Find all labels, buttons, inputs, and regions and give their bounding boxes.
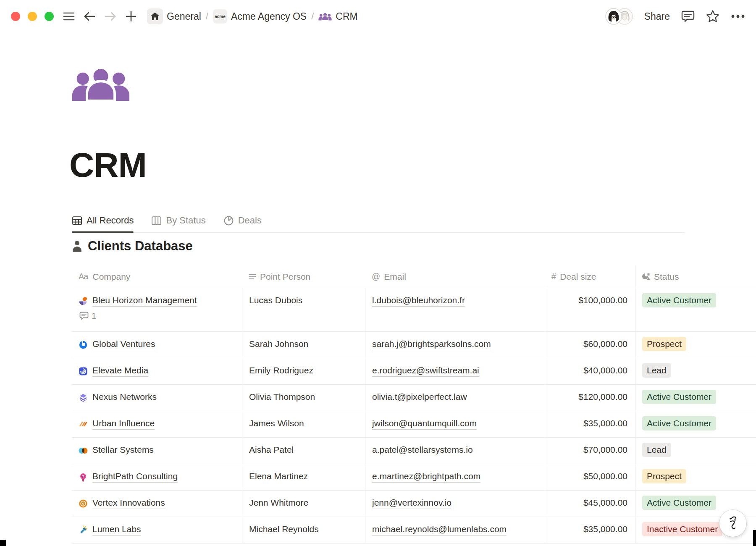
sidebar-menu-icon[interactable]: [63, 12, 75, 21]
tab-by-status[interactable]: By Status: [151, 209, 205, 232]
email-cell[interactable]: olivia.t@pixelperfect.law: [365, 385, 545, 411]
column-header-status[interactable]: Status: [635, 265, 756, 288]
stellar-systems-logo: [79, 446, 88, 455]
status-cell: Lead: [635, 438, 756, 464]
at-icon: @: [372, 272, 380, 281]
breadcrumb-crm[interactable]: CRM: [318, 11, 357, 22]
new-page-plus-icon[interactable]: [125, 10, 137, 22]
notion-ai-button[interactable]: [719, 510, 746, 537]
screenshot-artifact: [0, 540, 6, 546]
clients-table: Aa Company Point Person @ Email # Deal s…: [72, 265, 756, 543]
breadcrumb-separator: /: [311, 11, 314, 22]
company-link[interactable]: Stellar Systems: [92, 445, 154, 456]
table-header-row: Aa Company Point Person @ Email # Deal s…: [72, 265, 756, 288]
deal-size-cell[interactable]: $120,000.00: [545, 385, 635, 411]
lumen-labs-logo: [79, 525, 88, 535]
point-person-cell[interactable]: Jenn Whitmore: [242, 491, 365, 517]
tab-all-records[interactable]: All Records: [72, 209, 134, 232]
column-header-email[interactable]: @ Email: [365, 265, 545, 288]
status-cell: Active Customer: [635, 411, 756, 438]
email-cell[interactable]: a.patel@stellarsystems.io: [365, 438, 545, 464]
minimize-window-button[interactable]: [28, 12, 37, 21]
forward-arrow-icon[interactable]: [104, 11, 117, 22]
company-link[interactable]: Global Ventures: [92, 339, 155, 350]
email-cell[interactable]: sarah.j@brightsparksolns.com: [365, 332, 545, 358]
deal-size-cell[interactable]: $50,000.00: [545, 464, 635, 491]
vertex-logo: [79, 499, 88, 508]
deal-size-cell[interactable]: $100,000.00: [545, 288, 635, 332]
back-arrow-icon[interactable]: [83, 11, 96, 22]
point-person-cell[interactable]: Elena Martinez: [242, 464, 365, 491]
point-person-cell[interactable]: James Wilson: [242, 411, 365, 438]
home-icon: [147, 8, 163, 24]
comment-bubble-icon: [79, 312, 89, 320]
database-title[interactable]: Clients Database: [88, 239, 193, 254]
company-link[interactable]: Bleu Horizon Management: [92, 295, 197, 307]
table-row: Vertex Innovations Jenn Whitmore jenn@ve…: [72, 491, 756, 517]
company-link[interactable]: Elevate Media: [92, 365, 148, 377]
email-cell[interactable]: jenn@vertexinnov.io: [365, 491, 545, 517]
table-row: Stellar Systems Aisha Patel a.patel@stel…: [72, 438, 756, 464]
breadcrumb-acme-agency-os[interactable]: acme Acme Agency OS: [213, 9, 307, 24]
deal-size-cell[interactable]: $35,000.00: [545, 411, 635, 438]
more-options-icon[interactable]: [731, 14, 745, 18]
share-button[interactable]: Share: [644, 11, 670, 22]
table-row: Nexus Networks Olivia Thompson olivia.t@…: [72, 385, 756, 411]
deal-size-cell[interactable]: $70,000.00: [545, 438, 635, 464]
email-cell[interactable]: e.martinez@brightpath.com: [365, 464, 545, 491]
status-badge[interactable]: Lead: [642, 443, 671, 457]
deal-size-cell[interactable]: $45,000.00: [545, 491, 635, 517]
close-window-button[interactable]: [11, 12, 20, 21]
favorite-star-icon[interactable]: [706, 10, 719, 23]
breadcrumb-separator: /: [206, 11, 208, 22]
status-badge[interactable]: Prospect: [642, 337, 686, 351]
breadcrumb-general[interactable]: General: [147, 8, 201, 24]
point-person-cell[interactable]: Aisha Patel: [242, 438, 365, 464]
tab-label: All Records: [87, 215, 134, 226]
tab-deals[interactable]: Deals: [223, 209, 262, 232]
table-row: Urban Influence James Wilson jwilson@qua…: [72, 411, 756, 438]
email-cell[interactable]: l.dubois@bleuhorizon.fr: [365, 288, 545, 332]
point-person-cell[interactable]: Olivia Thompson: [242, 385, 365, 411]
status-badge[interactable]: Inactive Customer: [642, 522, 722, 536]
status-badge[interactable]: Active Customer: [642, 293, 716, 307]
point-person-cell[interactable]: Sarah Johnson: [242, 332, 365, 358]
column-header-point-person[interactable]: Point Person: [242, 265, 365, 288]
collaborator-avatars[interactable]: [605, 8, 633, 25]
email-cell[interactable]: jwilson@quantumquill.com: [365, 411, 545, 438]
status-icon: [642, 273, 650, 280]
deal-size-cell[interactable]: $35,000.00: [545, 517, 635, 543]
company-link[interactable]: Lumen Labs: [92, 524, 141, 536]
comments-icon[interactable]: [681, 10, 695, 23]
status-badge[interactable]: Lead: [642, 363, 671, 378]
company-link[interactable]: Urban Influence: [92, 418, 155, 430]
deal-size-cell[interactable]: $60,000.00: [545, 332, 635, 358]
point-person-cell[interactable]: Emily Rodriguez: [242, 358, 365, 385]
deal-size-cell[interactable]: $40,000.00: [545, 358, 635, 385]
text-type-icon: Aa: [79, 272, 88, 281]
company-link[interactable]: Vertex Innovations: [92, 498, 165, 509]
column-header-company[interactable]: Aa Company: [72, 265, 242, 288]
page-icon-people-group[interactable]: [71, 67, 130, 102]
column-header-deal-size[interactable]: # Deal size: [545, 265, 635, 288]
status-cell: Prospect: [635, 332, 756, 358]
zoom-window-button[interactable]: [45, 12, 54, 21]
status-badge[interactable]: Prospect: [642, 469, 686, 483]
avatar: [605, 8, 622, 25]
point-person-cell[interactable]: Lucas Dubois: [242, 288, 365, 332]
company-link[interactable]: Nexus Networks: [92, 392, 157, 403]
comment-count[interactable]: 1: [79, 311, 96, 321]
table-row: Bleu Horizon Management 1 Lucas Dubois l…: [72, 288, 756, 332]
status-badge[interactable]: Active Customer: [642, 496, 716, 510]
page-title[interactable]: CRM: [69, 145, 147, 185]
status-badge[interactable]: Active Customer: [642, 416, 716, 430]
acme-logo: acme: [213, 9, 227, 24]
bleu-horizon-logo: [79, 297, 88, 306]
table-row: Global Ventures Sarah Johnson sarah.j@br…: [72, 332, 756, 358]
status-badge[interactable]: Active Customer: [642, 390, 716, 404]
point-person-cell[interactable]: Michael Reynolds: [242, 517, 365, 543]
email-cell[interactable]: michael.reynolds@lumenlabs.com: [365, 517, 545, 543]
email-cell[interactable]: e.rodriguez@swiftstream.ai: [365, 358, 545, 385]
status-cell: Active Customer: [635, 385, 756, 411]
company-link[interactable]: BrightPath Consulting: [92, 471, 178, 483]
